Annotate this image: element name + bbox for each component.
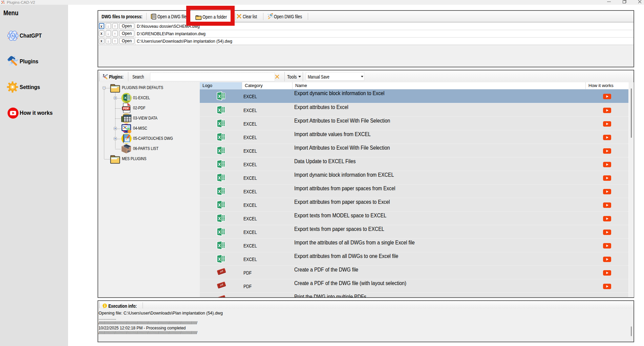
svg-text:PDF: PDF [123,107,129,110]
svg-text:X: X [124,96,127,100]
svg-text:AI: AI [11,34,15,38]
